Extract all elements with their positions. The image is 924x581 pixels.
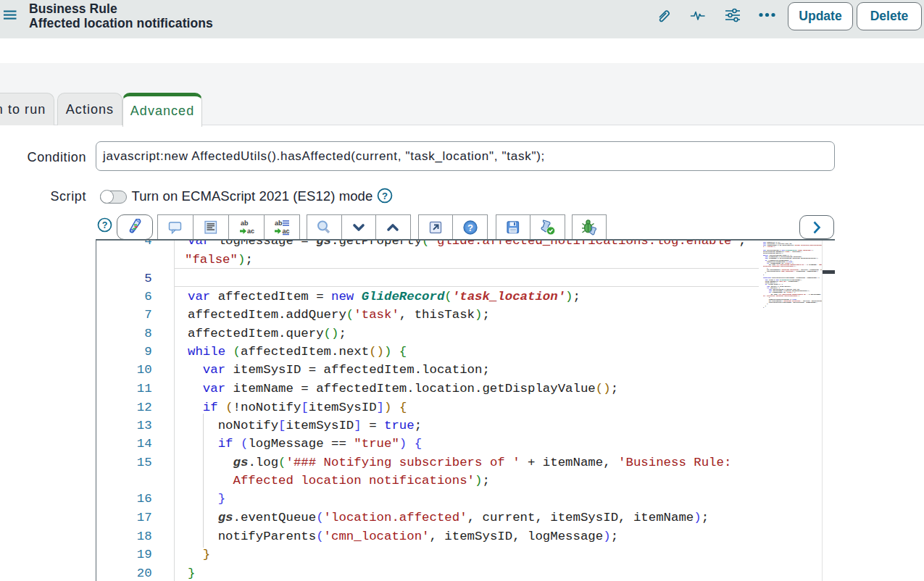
svg-text:ac: ac: [283, 227, 290, 235]
svg-text:?: ?: [467, 222, 473, 233]
svg-text:ac: ac: [247, 227, 254, 235]
svg-text:?: ?: [102, 220, 108, 230]
svg-text:ab: ab: [275, 220, 283, 227]
svg-text:ab: ab: [241, 220, 249, 227]
svg-text:?: ?: [382, 191, 388, 201]
